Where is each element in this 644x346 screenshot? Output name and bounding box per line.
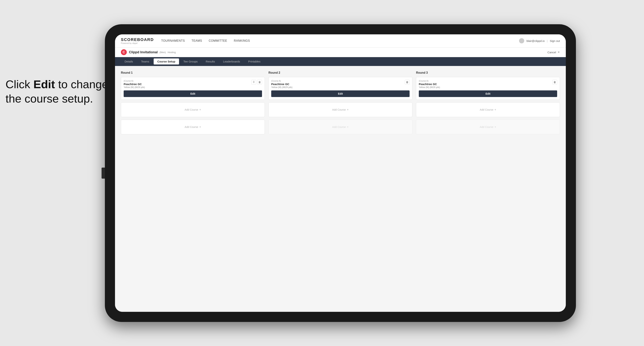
add-course-text: Add Course + [184, 108, 201, 111]
add-course-label-r3-2: Add Course [480, 126, 493, 129]
tab-course-setup[interactable]: Course Setup [154, 58, 179, 64]
drag-handle-icon[interactable]: ⠿ [251, 80, 256, 85]
round-3-course-card: (Course A) Peachtree GC Yellow (M) (6629… [416, 77, 560, 100]
instruction-bold: Edit [34, 78, 55, 91]
course-details-r3: Yellow (M) (6629 yds) [419, 86, 552, 89]
cancel-button[interactable]: Cancel [548, 51, 556, 54]
add-course-card-r3-2: Add Course + [416, 120, 560, 134]
course-label: (Course A) [124, 80, 251, 82]
delete-course-icon[interactable]: 🗑 [257, 80, 262, 85]
delete-course-icon-r2[interactable]: 🗑 [405, 80, 410, 85]
add-course-text-r3: Add Course + [480, 108, 496, 111]
scoreboard-logo: SCOREBOARD Powered by clippd [121, 37, 154, 44]
edit-course-button-r2[interactable]: Edit [271, 90, 410, 97]
main-nav: TOURNAMENTS TEAMS COMMITTEE RANKINGS [161, 39, 519, 42]
instruction-text: Click Edit to change the course setup. [6, 77, 112, 106]
nav-rankings[interactable]: RANKINGS [234, 39, 250, 42]
plus-icon-r2: + [347, 108, 348, 111]
round-1-title: Round 1 [121, 71, 265, 74]
nav-teams[interactable]: TEAMS [192, 39, 202, 42]
course-name-r3: Peachtree GC [419, 82, 552, 86]
instruction-prefix: Click [6, 78, 34, 91]
tab-printables[interactable]: Printables [244, 58, 264, 64]
tablet-device: SCOREBOARD Powered by clippd TOURNAMENTS… [105, 24, 576, 322]
course-name: Peachtree GC [124, 82, 251, 86]
add-course-card-r1-1[interactable]: Add Course + [121, 102, 265, 117]
round-2-title: Round 2 [268, 71, 412, 74]
plus-icon-r3: + [494, 108, 496, 111]
nav-tournaments[interactable]: TOURNAMENTS [161, 39, 185, 42]
close-icon[interactable]: ✕ [558, 50, 560, 54]
edit-course-button-r1[interactable]: Edit [124, 90, 262, 97]
round-2-column: Round 2 (Course A) Peachtree GC Yellow (… [268, 71, 412, 137]
sub-header-logo: C [121, 49, 127, 55]
main-content: Round 1 (Course A) Peachtree GC Yellow (… [115, 66, 566, 312]
tab-teams[interactable]: Teams [138, 58, 153, 64]
sub-header: C Clippd Invitational (Men) Hosting Canc… [115, 48, 566, 57]
nav-avatar [519, 38, 524, 43]
tablet-screen: SCOREBOARD Powered by clippd TOURNAMENTS… [115, 34, 566, 312]
add-course-text-r2: Add Course + [332, 108, 348, 111]
tab-details[interactable]: Details [121, 58, 137, 64]
add-course-label-r2: Add Course [332, 108, 346, 111]
add-course-text-r3-2: Add Course + [480, 125, 496, 129]
logo-sub: Powered by clippd [121, 42, 154, 44]
logo-letter: C [123, 50, 125, 54]
sub-header-actions: Cancel ✕ [548, 50, 560, 54]
course-card-header-r2: (Course A) Peachtree GC Yellow (M) (6629… [271, 80, 410, 89]
course-info-r3: (Course A) Peachtree GC Yellow (M) (6629… [419, 80, 552, 89]
course-label-r3: (Course A) [419, 80, 552, 82]
plus-icon-2: + [199, 125, 201, 129]
course-details: Yellow (M) (6629 yds) [124, 86, 251, 89]
nav-right: blair@clippd.io | Sign out [519, 38, 560, 43]
course-details-r2: Yellow (M) (6629 yds) [271, 86, 405, 89]
top-nav: SCOREBOARD Powered by clippd TOURNAMENTS… [115, 34, 566, 48]
add-course-label: Add Course [184, 108, 198, 111]
nav-divider: | [547, 39, 548, 42]
delete-course-icon-r3[interactable]: 🗑 [552, 80, 557, 85]
course-card-actions: ⠿ 🗑 [251, 80, 262, 85]
add-course-card-r1-2[interactable]: Add Course + [121, 120, 265, 134]
add-course-card-r2-2: Add Course + [268, 120, 412, 134]
plus-icon-r3-2: + [494, 125, 496, 129]
course-card-actions-r3: 🗑 [552, 80, 557, 85]
course-info: (Course A) Peachtree GC Yellow (M) (6629… [124, 80, 251, 89]
round-3-title: Round 3 [416, 71, 560, 74]
add-course-text-2: Add Course + [184, 125, 201, 129]
logo-main: SCOREBOARD [121, 37, 154, 42]
add-course-label-2: Add Course [184, 126, 198, 129]
add-course-card-r3-1[interactable]: Add Course + [416, 102, 560, 117]
edit-course-button-r3[interactable]: Edit [419, 90, 557, 97]
course-label-r2: (Course A) [271, 80, 405, 82]
tournament-badge: (Men) [160, 51, 166, 54]
add-course-label-r3: Add Course [480, 108, 493, 111]
sign-out-link[interactable]: Sign out [550, 39, 560, 42]
hosting-label: Hosting [168, 51, 176, 54]
plus-icon: + [199, 108, 201, 111]
tab-tee-groups[interactable]: Tee Groups [180, 58, 202, 64]
add-course-card-r2-1[interactable]: Add Course + [268, 102, 412, 117]
course-name-r2: Peachtree GC [271, 82, 405, 86]
tournament-title: Clippd Invitational [129, 50, 158, 54]
tab-results[interactable]: Results [202, 58, 218, 64]
course-info-r2: (Course A) Peachtree GC Yellow (M) (6629… [271, 80, 405, 89]
tab-bar: Details Teams Course Setup Tee Groups Re… [115, 57, 566, 66]
rounds-container: Round 1 (Course A) Peachtree GC Yellow (… [121, 71, 560, 137]
round-2-course-card: (Course A) Peachtree GC Yellow (M) (6629… [268, 77, 412, 100]
round-1-course-card: (Course A) Peachtree GC Yellow (M) (6629… [121, 77, 265, 100]
round-1-column: Round 1 (Course A) Peachtree GC Yellow (… [121, 71, 265, 137]
round-3-column: Round 3 (Course A) Peachtree GC Yellow (… [416, 71, 560, 137]
course-card-actions-r2: 🗑 [405, 80, 410, 85]
tab-leaderboards[interactable]: Leaderboards [219, 58, 244, 64]
nav-committee[interactable]: COMMITTEE [209, 39, 227, 42]
course-card-header: (Course A) Peachtree GC Yellow (M) (6629… [124, 80, 262, 89]
course-card-header-r3: (Course A) Peachtree GC Yellow (M) (6629… [419, 80, 557, 89]
tablet-side-button [102, 168, 105, 178]
plus-icon-r2-2: + [347, 125, 348, 129]
add-course-text-r2-2: Add Course + [332, 125, 348, 129]
nav-user-email: blair@clippd.io [526, 39, 545, 42]
add-course-label-r2-2: Add Course [332, 126, 346, 129]
